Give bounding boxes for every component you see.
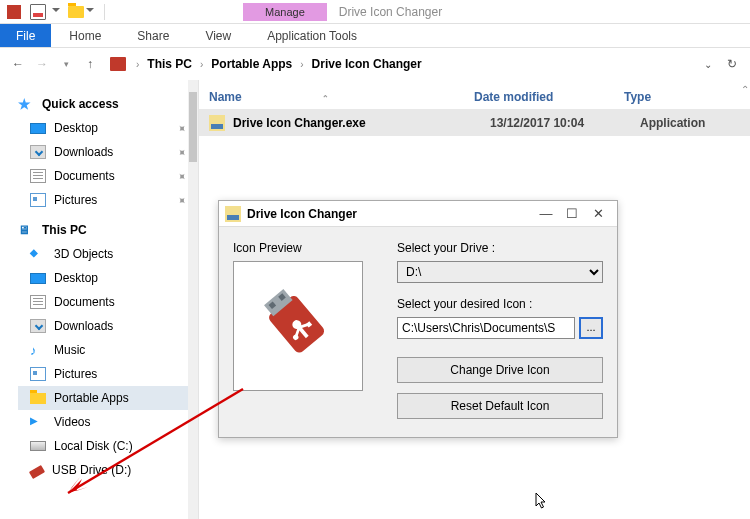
sidebar-item-label: Documents [54,295,115,309]
scrollbar-thumb[interactable] [189,92,197,162]
sidebar-item-label: USB Drive (D:) [52,463,131,477]
downloads-icon [30,319,46,333]
close-button[interactable]: ✕ [585,206,611,221]
downloads-icon [30,145,46,159]
ribbon-tab-application-tools[interactable]: Application Tools [249,24,375,47]
ribbon-tab-view[interactable]: View [187,24,249,47]
quickaccess-dropdown-icon[interactable] [52,8,60,16]
sidebar-item-label: Downloads [54,319,113,333]
mouse-cursor-icon [535,492,547,510]
select-icon-label: Select your desired Icon : [397,297,603,311]
drive-icon-changer-dialog: Drive Icon Changer — ☐ ✕ Icon Preview [218,200,618,438]
content-scrolltop[interactable]: ⌃ [740,84,750,104]
ribbon-tabs: File Home Share View Application Tools [0,24,750,48]
sidebar-item-portable-apps[interactable]: Portable Apps [18,386,198,410]
sidebar-item-videos[interactable]: ▶Videos [18,410,198,434]
sidebar-item-documents[interactable]: Documents✦ [18,164,198,188]
breadcrumb-portable-apps[interactable]: Portable Apps [209,57,294,71]
usb-icon [253,281,343,371]
dialog-icon [225,206,241,222]
sidebar-item-pictures[interactable]: Pictures✦ [18,188,198,212]
videos-icon: ▶ [30,415,46,429]
column-name[interactable]: Name⌃ [209,90,474,104]
window-title: Drive Icon Changer [339,5,442,19]
sidebar-item-downloads[interactable]: Downloads✦ [18,140,198,164]
sidebar-item-documents-pc[interactable]: Documents [18,290,198,314]
sidebar-item-desktop-pc[interactable]: Desktop [18,266,198,290]
pin-icon: ✦ [174,192,190,208]
sidebar-item-local-disk-c[interactable]: Local Disk (C:) [18,434,198,458]
file-row[interactable]: Drive Icon Changer.exe 13/12/2017 10:04 … [199,110,750,136]
pictures-icon [30,193,46,207]
documents-icon [30,169,46,183]
sidebar-item-music[interactable]: ♪Music [18,338,198,362]
chevron-right-icon[interactable]: › [196,59,207,70]
maximize-button[interactable]: ☐ [559,206,585,221]
sidebar-item-label: Documents [54,169,115,183]
icon-preview [233,261,363,391]
sidebar-item-label: Portable Apps [54,391,129,405]
star-icon: ★ [18,97,34,111]
quickaccess-dropdown2-icon[interactable] [86,8,94,16]
file-type: Application [640,116,705,130]
breadcrumb-drive-icon-changer[interactable]: Drive Icon Changer [310,57,424,71]
refresh-button[interactable]: ↻ [722,54,742,74]
svg-rect-2 [211,124,223,129]
up-button[interactable]: ↑ [80,54,100,74]
folder-icon [30,393,46,404]
ribbon-tab-share[interactable]: Share [119,24,187,47]
sort-indicator-icon: ⌃ [322,94,329,103]
change-drive-icon-button[interactable]: Change Drive Icon [397,357,603,383]
sidebar-item-label: 3D Objects [54,247,113,261]
documents-icon [30,295,46,309]
quickaccess-save-icon[interactable] [30,4,46,20]
pin-icon: ✦ [174,144,190,160]
ribbon-tab-home[interactable]: Home [51,24,119,47]
sidebar-item-downloads-pc[interactable]: Downloads [18,314,198,338]
column-label: Name [209,90,242,104]
column-type[interactable]: Type [624,90,750,104]
usb-drive-icon [29,465,45,479]
sidebar-item-usb-drive-d[interactable]: USB Drive (D:) [18,458,198,482]
drive-select[interactable]: D:\ [397,261,603,283]
desktop-icon [30,273,46,284]
address-dropdown-icon[interactable]: ⌄ [698,54,718,74]
sidebar-item-desktop[interactable]: Desktop✦ [18,116,198,140]
back-button[interactable]: ← [8,54,28,74]
exe-icon [209,115,225,131]
browse-button[interactable]: ... [579,317,603,339]
reset-default-icon-button[interactable]: Reset Default Icon [397,393,603,419]
icon-path-input[interactable] [397,317,575,339]
chevron-right-icon[interactable]: › [132,59,143,70]
pictures-icon [30,367,46,381]
breadcrumb[interactable]: › This PC › Portable Apps › Drive Icon C… [110,57,424,71]
quickaccess-folder-icon[interactable] [68,6,84,18]
sidebar-item-label: Pictures [54,367,97,381]
sidebar-this-pc[interactable]: 🖥This PC [18,218,198,242]
sidebar-quick-access[interactable]: ★ Quick access [18,92,198,116]
recent-dropdown-icon[interactable]: ▾ [56,54,76,74]
sidebar-scrollbar[interactable] [188,80,198,519]
3d-objects-icon: ◆ [30,247,46,261]
pin-icon: ✦ [174,120,190,136]
disk-icon [30,441,46,451]
svg-rect-4 [227,215,239,220]
column-date-modified[interactable]: Date modified [474,90,624,104]
context-tab-manage[interactable]: Manage [243,3,327,21]
ribbon-file-tab[interactable]: File [0,24,51,47]
dialog-titlebar[interactable]: Drive Icon Changer — ☐ ✕ [219,201,617,227]
minimize-button[interactable]: — [533,206,559,221]
pin-icon: ✦ [174,168,190,184]
music-icon: ♪ [30,343,46,357]
app-icon [2,2,26,22]
chevron-right-icon[interactable]: › [296,59,307,70]
sidebar-item-label: Videos [54,415,90,429]
forward-button[interactable]: → [32,54,52,74]
breadcrumb-this-pc[interactable]: This PC [145,57,194,71]
dialog-title: Drive Icon Changer [247,207,357,221]
sidebar-item-pictures-pc[interactable]: Pictures [18,362,198,386]
sidebar-item-label: Music [54,343,85,357]
sidebar-label: This PC [42,223,87,237]
sidebar-item-3d-objects[interactable]: ◆3D Objects [18,242,198,266]
separator [104,4,105,20]
